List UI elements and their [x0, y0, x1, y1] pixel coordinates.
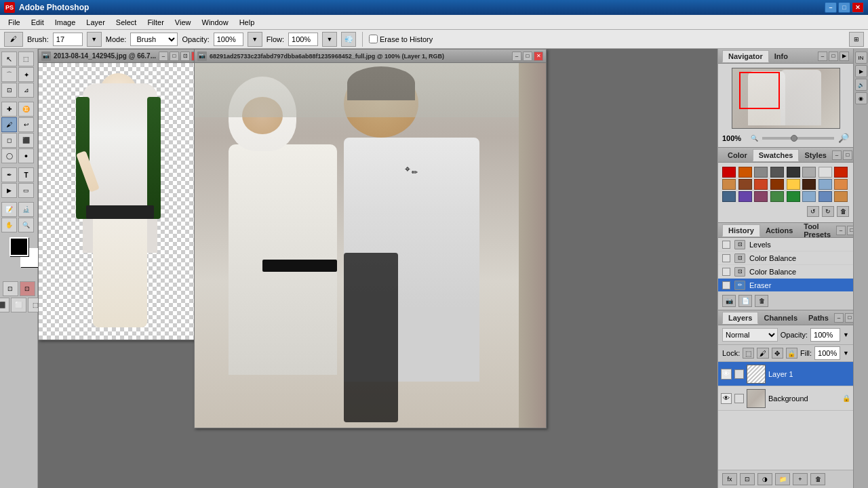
swatch-btn-2[interactable]: ↻ — [822, 206, 834, 217]
layer-eye-1[interactable]: 👁 — [721, 393, 732, 404]
swatch-btn-1[interactable]: ↺ — [807, 206, 819, 217]
lock-transparent-btn[interactable]: ⬚ — [743, 348, 754, 359]
dodge-tool[interactable]: ● — [18, 148, 34, 163]
airbrush-toggle[interactable]: 💨 — [341, 32, 356, 47]
layer-opacity-input[interactable] — [810, 328, 840, 342]
layers-minimize-btn[interactable]: – — [834, 313, 844, 323]
tab-history[interactable]: History — [722, 224, 760, 237]
standard-mode-btn[interactable]: ⊡ — [3, 281, 18, 296]
nav-menu-btn[interactable]: ▶ — [840, 52, 849, 61]
tab-color[interactable]: Color — [722, 150, 753, 161]
screen-mode-btn[interactable]: ⬛ — [0, 298, 9, 312]
swatch-11[interactable] — [770, 179, 784, 190]
lock-position-btn[interactable]: ✥ — [772, 348, 783, 359]
mode-select[interactable]: Brush — [130, 33, 178, 46]
nav-zoom-thumb[interactable] — [791, 135, 797, 142]
hist-new-snap-btn[interactable]: 📷 — [722, 295, 736, 307]
shape-tool[interactable]: ▭ — [18, 183, 34, 198]
layer-eye-0[interactable]: 👁 — [721, 369, 732, 380]
menu-image[interactable]: Image — [50, 17, 81, 28]
history-item-1[interactable]: ⊡ Color Balance — [718, 251, 853, 265]
doc2-min-btn[interactable]: – — [512, 52, 521, 61]
history-minimize-btn[interactable]: – — [836, 226, 846, 235]
doc2-close-btn[interactable]: ✕ — [534, 52, 543, 61]
swatch-4[interactable] — [787, 167, 800, 178]
blur-tool[interactable]: ◯ — [1, 148, 17, 163]
menu-select[interactable]: Select — [111, 17, 142, 28]
swatch-16[interactable] — [722, 191, 736, 202]
edge-btn-1[interactable]: IN — [855, 52, 867, 64]
hand-tool[interactable]: ✋ — [1, 218, 17, 232]
doc1-max-btn[interactable]: □ — [170, 52, 179, 61]
tool-preset-picker[interactable]: 🖌 — [4, 32, 23, 47]
layer-group-btn[interactable]: 📁 — [775, 473, 790, 485]
blend-mode-select[interactable]: Normal — [722, 328, 778, 342]
swatch-1[interactable] — [738, 167, 752, 178]
lasso-tool[interactable]: ⌒ — [1, 67, 17, 82]
tab-navigator[interactable]: Navigator — [722, 50, 769, 62]
menu-help[interactable]: Help — [234, 17, 260, 28]
color-expand-btn[interactable]: □ — [843, 150, 852, 160]
swatch-13[interactable] — [802, 179, 816, 190]
hist-create-doc-btn[interactable]: 📄 — [738, 295, 752, 307]
history-item-3[interactable]: ✏ Eraser — [718, 279, 853, 292]
brush-size-input[interactable] — [53, 33, 83, 46]
opacity-btn[interactable]: ▼ — [248, 32, 262, 47]
eraser-tool[interactable]: ◻ — [1, 133, 17, 148]
flow-btn[interactable]: ▼ — [322, 32, 337, 47]
swatch-3[interactable] — [770, 167, 784, 178]
swatch-2[interactable] — [754, 167, 768, 178]
swatch-23[interactable] — [834, 191, 848, 202]
swatch-14[interactable] — [818, 179, 832, 190]
edge-btn-4[interactable]: ◉ — [855, 92, 867, 104]
notes-tool[interactable]: 📝 — [1, 202, 17, 217]
select-tool[interactable]: ⬚ — [18, 52, 34, 66]
doc1-canvas[interactable] — [39, 63, 203, 340]
layer-item-1[interactable]: 👁 Background 🔒 — [718, 386, 853, 411]
layer-opacity-btn[interactable]: ▼ — [843, 331, 849, 338]
eyedropper-tool[interactable]: 🔬 — [18, 202, 34, 217]
magic-wand-tool[interactable]: ✦ — [18, 67, 34, 82]
brush-tool[interactable]: 🖌 — [1, 117, 17, 132]
swatch-19[interactable] — [770, 191, 784, 202]
erase-history-checkbox[interactable] — [369, 35, 378, 43]
swatch-btn-3[interactable]: 🗑 — [837, 206, 849, 217]
tab-channels[interactable]: Channels — [758, 312, 803, 323]
erase-history-label[interactable]: Erase to History — [369, 35, 433, 43]
doc1-min-btn[interactable]: – — [159, 52, 168, 61]
quick-mask-btn[interactable]: ⊡ — [20, 281, 35, 296]
nav-expand-btn[interactable]: □ — [829, 52, 838, 61]
nav-minimize-btn[interactable]: – — [818, 52, 827, 61]
edge-btn-2[interactable]: ▶ — [855, 65, 867, 77]
swatch-5[interactable] — [802, 167, 816, 178]
swatch-20[interactable] — [787, 191, 800, 202]
layer-new-btn[interactable]: + — [793, 473, 808, 485]
menu-layer[interactable]: Layer — [81, 17, 111, 28]
tab-styles[interactable]: Styles — [799, 150, 831, 161]
path-select-tool[interactable]: ▶ — [1, 183, 17, 198]
swatch-10[interactable] — [754, 179, 768, 190]
clone-tool[interactable]: ♊ — [18, 102, 34, 117]
close-button[interactable]: ✕ — [852, 2, 864, 13]
layer-mask-btn[interactable]: ⊡ — [740, 473, 755, 485]
tab-layers[interactable]: Layers — [722, 312, 758, 324]
options-extra-btn[interactable]: ⊞ — [849, 32, 864, 47]
doc2-canvas[interactable]: ⌖ ✏ — [195, 63, 546, 428]
flow-input[interactable] — [288, 33, 318, 46]
layer-fill-input[interactable] — [814, 346, 840, 360]
screen-mode-btn2[interactable]: ⬜ — [11, 298, 26, 312]
swatch-17[interactable] — [738, 191, 752, 202]
fill-tool[interactable]: ⬛ — [18, 133, 34, 148]
swatch-0[interactable] — [722, 167, 736, 178]
menu-filter[interactable]: Filter — [142, 17, 169, 28]
zoom-tool[interactable]: 🔍 — [18, 218, 34, 232]
maximize-button[interactable]: □ — [838, 2, 850, 13]
slice-tool[interactable]: ⊿ — [18, 83, 34, 98]
history-brush-tool[interactable]: ↩ — [18, 117, 34, 132]
layer-adj-btn[interactable]: ◑ — [757, 473, 772, 485]
menu-view[interactable]: View — [170, 17, 197, 28]
layer-fill-btn[interactable]: ▼ — [843, 350, 849, 357]
swatch-6[interactable] — [818, 167, 832, 178]
doc1-restore-btn[interactable]: ⊡ — [180, 52, 190, 61]
layer-item-0[interactable]: 👁 Layer 1 — [718, 362, 853, 386]
